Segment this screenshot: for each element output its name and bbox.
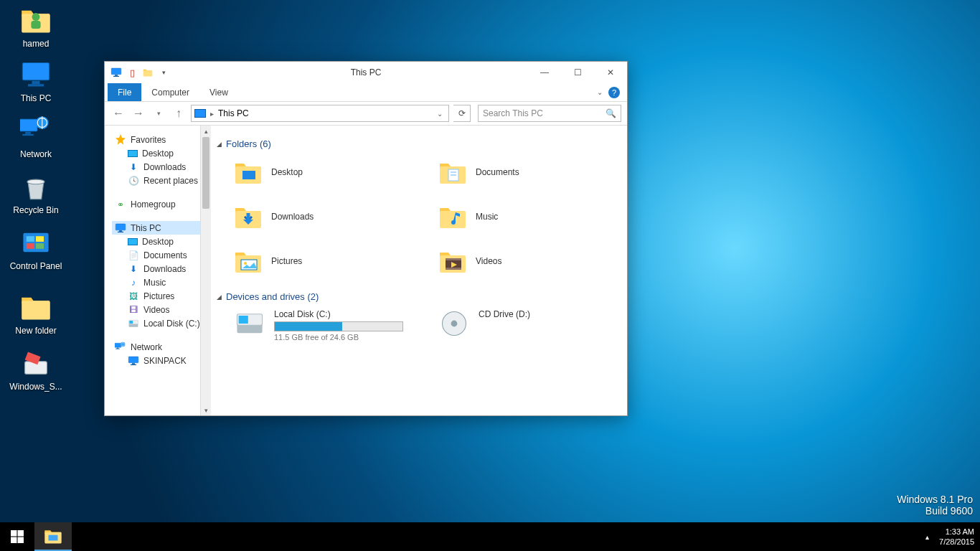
- capacity-bar: [274, 321, 403, 331]
- address-bar[interactable]: ▸ This PC ⌄: [191, 105, 449, 122]
- ribbon-expand-icon[interactable]: ⌄: [597, 88, 603, 96]
- documents-icon: 📄: [128, 250, 139, 261]
- start-button[interactable]: [0, 522, 34, 551]
- app-icon: [110, 67, 122, 78]
- up-button[interactable]: ↑: [171, 105, 187, 121]
- documents-folder-icon: [438, 158, 467, 187]
- tab-computer[interactable]: Computer: [141, 83, 199, 101]
- section-title: Folders (6): [226, 138, 271, 149]
- tree-label: Downloads: [143, 264, 186, 274]
- desktop-icon-windows-s[interactable]: Windows_S...: [9, 347, 63, 392]
- search-icon: 🔍: [606, 108, 616, 118]
- scrollbar-thumb[interactable]: [202, 137, 209, 209]
- desktop-icon-recycle-bin[interactable]: Recycle Bin: [9, 171, 63, 215]
- folder-downloads[interactable]: Downloads: [234, 201, 410, 232]
- tree-fav-recent[interactable]: 🕓Recent places: [112, 174, 208, 187]
- folder-music[interactable]: Music: [438, 201, 614, 232]
- tree-label: Homegroup: [131, 199, 176, 209]
- folder-desktop[interactable]: Desktop: [234, 156, 410, 188]
- folder-icon: [20, 291, 52, 323]
- tree-pc-videos[interactable]: 🎞Videos: [112, 303, 208, 316]
- folder-documents[interactable]: Documents: [438, 156, 614, 188]
- tree-pc-music[interactable]: ♪Music: [112, 276, 208, 289]
- help-icon[interactable]: ?: [608, 87, 620, 98]
- section-drives[interactable]: ◢ Devices and drives (2): [217, 291, 614, 302]
- recent-icon: 🕓: [128, 175, 139, 187]
- drive-name: Local Disk (C:): [274, 309, 410, 319]
- folder-videos[interactable]: Videos: [438, 245, 614, 277]
- breadcrumb[interactable]: This PC: [218, 108, 249, 118]
- tree-label: Documents: [143, 250, 187, 260]
- folder-label: Music: [476, 212, 498, 222]
- section-folders[interactable]: ◢ Folders (6): [217, 138, 614, 149]
- titlebar[interactable]: ▯ ▾ This PC — ☐ ✕: [105, 62, 627, 83]
- tree-net-skinpack[interactable]: SKINPACK: [112, 354, 208, 367]
- taskbar-explorer[interactable]: [34, 522, 72, 551]
- search-input[interactable]: Search This PC 🔍: [478, 105, 621, 122]
- navbar: ← → ▾ ↑ ▸ This PC ⌄ ⟳ Search This PC 🔍: [105, 102, 627, 125]
- watermark-line: Windows 8.1 Pro: [897, 494, 973, 505]
- folder-label: Documents: [476, 167, 519, 177]
- tab-file[interactable]: File: [108, 83, 141, 101]
- minimize-button[interactable]: —: [528, 62, 561, 83]
- svg-point-28: [244, 262, 247, 265]
- nav-tree: Favorites Desktop ⬇Downloads 🕓Recent pla…: [105, 126, 211, 415]
- qat-dropdown-icon[interactable]: ▾: [158, 67, 169, 78]
- desktop-label: Windows_S...: [9, 382, 63, 392]
- tree-network[interactable]: Network: [112, 340, 208, 354]
- download-icon: ⬇: [128, 161, 139, 173]
- qat-new-folder-icon[interactable]: [142, 67, 154, 78]
- tree-pc-local-disk[interactable]: Local Disk (C:): [112, 316, 208, 330]
- folder-pictures[interactable]: Pictures: [234, 245, 410, 277]
- address-dropdown-icon[interactable]: ⌄: [437, 110, 446, 118]
- desktop-icon-control-panel[interactable]: Control Panel: [9, 227, 63, 271]
- explorer-icon: [44, 527, 62, 545]
- tree-label: Music: [143, 278, 166, 288]
- tree-pc-pictures[interactable]: 🖼Pictures: [112, 289, 208, 303]
- forward-button[interactable]: →: [131, 105, 146, 121]
- monitor-icon: [20, 59, 52, 90]
- desktop-icon-user[interactable]: hamed: [9, 4, 63, 49]
- ribbon: File Computer View ⌄ ?: [105, 83, 627, 102]
- scroll-down-icon[interactable]: ▾: [201, 405, 211, 415]
- refresh-button[interactable]: ⟳: [453, 105, 471, 122]
- tree-pc-documents[interactable]: 📄Documents: [112, 248, 208, 262]
- tree-fav-desktop[interactable]: Desktop: [112, 146, 208, 160]
- tree-favorites[interactable]: Favorites: [112, 133, 208, 146]
- downloads-folder-icon: [234, 202, 263, 231]
- scroll-up-icon[interactable]: ▴: [201, 126, 211, 136]
- collapse-icon: ◢: [217, 141, 222, 148]
- tree-fav-downloads[interactable]: ⬇Downloads: [112, 160, 208, 174]
- monitor-icon: [115, 222, 126, 234]
- tray-overflow-icon[interactable]: ▴: [921, 533, 933, 541]
- desktop-icon-network[interactable]: Network: [9, 115, 63, 159]
- folder-label: Videos: [476, 256, 501, 266]
- hdd-icon: [128, 318, 139, 329]
- tab-view[interactable]: View: [199, 83, 238, 101]
- close-button[interactable]: ✕: [594, 62, 627, 83]
- back-button[interactable]: ←: [110, 105, 126, 121]
- tree-pc-desktop[interactable]: Desktop: [112, 235, 208, 248]
- svg-rect-19: [36, 236, 44, 242]
- drive-cd[interactable]: CD Drive (D:): [438, 309, 614, 342]
- tree-this-pc[interactable]: This PC: [112, 221, 208, 235]
- desktop-icon-this-pc[interactable]: This PC: [9, 59, 63, 103]
- desktop-icon: [128, 150, 138, 157]
- tree-label: Recent places: [143, 176, 198, 186]
- qat-properties-icon[interactable]: ▯: [126, 67, 138, 78]
- recent-dropdown-icon[interactable]: ▾: [151, 105, 166, 121]
- taskbar-clock[interactable]: 1:33 AM 7/28/2015: [939, 527, 974, 547]
- network-icon: [115, 342, 126, 353]
- maximize-button[interactable]: ☐: [561, 62, 594, 83]
- svg-rect-32: [49, 535, 58, 541]
- drive-name: CD Drive (D:): [479, 309, 614, 319]
- desktop-label: Control Panel: [9, 261, 63, 271]
- tree-label: Favorites: [131, 135, 166, 145]
- drive-local-disk[interactable]: Local Disk (C:) 11.5 GB free of 24.6 GB: [234, 309, 410, 342]
- tree-pc-downloads[interactable]: ⬇Downloads: [112, 262, 208, 276]
- tree-homegroup[interactable]: ⚭Homegroup: [112, 197, 208, 211]
- sidebar-scrollbar[interactable]: ▴ ▾: [200, 126, 211, 415]
- desktop-icon-new-folder[interactable]: New folder: [9, 291, 63, 336]
- tree-label: Desktop: [142, 237, 174, 247]
- watermark-line: Build 9600: [897, 505, 973, 517]
